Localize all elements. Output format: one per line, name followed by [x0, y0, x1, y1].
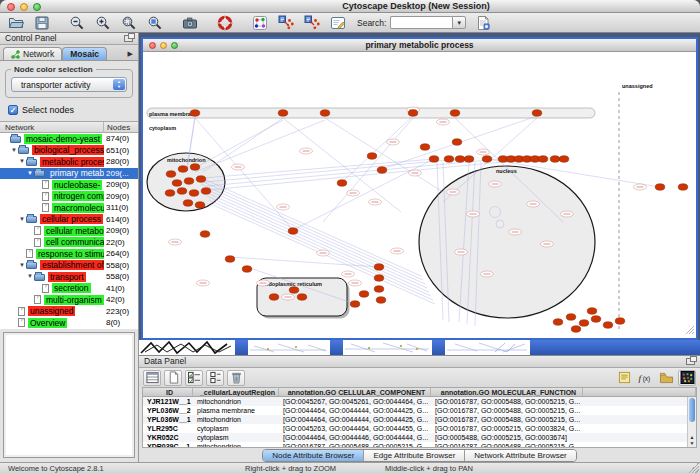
background-window-thumbnail[interactable]	[343, 340, 432, 355]
column-header-region[interactable]: _cellularLayoutRegion	[193, 388, 279, 396]
function-builder-icon[interactable]: f(x)	[636, 370, 654, 386]
combobox-stepper-icon[interactable]: ▲▼	[113, 79, 125, 90]
tab-mosaic[interactable]: Mosaic	[62, 47, 107, 60]
tab-node-attribute-browser[interactable]: Node Attribute Browser	[263, 450, 364, 461]
table-row[interactable]: YKR052Ccytoplasm[GO:0044464, GO:0044446,…	[143, 433, 696, 442]
tree-row[interactable]: ▼metabolic process280(0)	[0, 156, 138, 168]
zoom-window-button[interactable]	[33, 3, 41, 11]
folder-icon	[34, 274, 45, 281]
network-canvas[interactable]: plasma membrane cytoplasm mitochondrion …	[143, 52, 696, 336]
float-panel-icon[interactable]	[124, 35, 133, 42]
tab-edge-attribute-browser[interactable]: Edge Attribute Browser	[364, 450, 465, 461]
expander-icon[interactable]: ▼	[18, 214, 26, 225]
tree-row[interactable]: mosaic-demo-yeast874(0)	[0, 133, 138, 145]
document-icon	[18, 318, 25, 327]
tree-row[interactable]: ▼cellular process614(0)	[0, 214, 138, 226]
background-window-thumbnail[interactable]	[248, 340, 330, 355]
create-attribute-icon[interactable]	[164, 370, 182, 386]
column-header-cellular-component[interactable]: annotation.GO CELLULAR_COMPONENT	[279, 388, 431, 396]
delete-attribute-icon[interactable]	[227, 370, 245, 386]
tab-scroll-right-icon[interactable]: ▶	[126, 50, 135, 60]
tab-network-attribute-browser[interactable]: Network Attribute Browser	[465, 450, 575, 461]
expander-icon[interactable]: ▼	[26, 168, 34, 179]
resize-grip[interactable]	[689, 463, 699, 473]
column-header-molecular-function[interactable]: annotation.GO MOLECULAR_FUNCTION	[431, 388, 583, 396]
window-resize-grip[interactable]	[686, 326, 694, 334]
expander-icon[interactable]: ▼	[18, 156, 26, 167]
column-header-id[interactable]: ID	[143, 388, 193, 396]
open-session-icon[interactable]	[6, 14, 25, 32]
scrollbar-arrows[interactable]: ▲▼	[688, 434, 696, 446]
notes-icon[interactable]	[615, 370, 633, 386]
tree-row[interactable]: ▼transport558(0)	[0, 271, 138, 283]
zoom-selected-icon[interactable]	[145, 14, 164, 32]
table-row[interactable]: YPL036W__1mitochondrion[GO:0044464, GO:0…	[143, 415, 696, 424]
document-icon	[42, 203, 49, 212]
tree-row[interactable]: unassigned223(0)	[0, 306, 138, 318]
background-window-border[interactable]	[330, 340, 343, 355]
vizmapper-icon[interactable]	[250, 14, 269, 32]
tab-network[interactable]: Network	[3, 47, 62, 60]
search-input[interactable]	[390, 16, 452, 29]
save-session-icon[interactable]	[32, 14, 51, 32]
background-window-border[interactable]	[530, 340, 700, 355]
minimize-window-button[interactable]	[20, 3, 28, 11]
close-window-button[interactable]	[7, 3, 15, 11]
help-lifering-icon[interactable]	[215, 14, 234, 32]
scrollbar-thumb[interactable]	[689, 398, 695, 422]
select-nodes-checkbox[interactable]: ✓	[8, 105, 18, 115]
search-options-icon[interactable]	[473, 14, 492, 32]
table-row[interactable]: YLR295Ccytoplasm[GO:0045263, GO:0044464,…	[143, 424, 696, 433]
background-windows	[139, 340, 700, 355]
tree-row[interactable]: macromolecule311(0)	[0, 202, 138, 214]
main-toolbar: Search: ▼	[0, 13, 700, 33]
snapshot-camera-icon[interactable]	[180, 14, 199, 32]
tree-row[interactable]: nucleobase-209(0)	[0, 179, 138, 191]
table-row[interactable]: YJR121W__1mitochondrion[GO:0045267, GO:0…	[143, 397, 696, 406]
attribute-table-icon[interactable]	[143, 370, 161, 386]
import-attributes-icon[interactable]	[657, 370, 675, 386]
import-annotation-icon[interactable]	[276, 14, 295, 32]
data-panel: Data Panel f(x)	[139, 355, 700, 462]
folder-icon	[26, 262, 37, 269]
tree-row[interactable]: nitrogen compo209(0)	[0, 191, 138, 203]
table-row[interactable]: YDR039C__1mitochondrion[GO:0016787, GO:0…	[143, 442, 696, 448]
data-panel-title: Data Panel	[144, 356, 186, 367]
background-window-border[interactable]	[432, 340, 445, 355]
table-scrollbar[interactable]: ▲▼	[687, 397, 696, 447]
folder-icon	[26, 216, 37, 223]
background-window-thumbnail[interactable]	[445, 340, 530, 355]
network-tree: mosaic-demo-yeast874(0) ▼biological_proc…	[0, 133, 138, 329]
tree-row[interactable]: ▼establishment of lo558(0)	[0, 260, 138, 272]
tree-row[interactable]: cellular metabo209(0)	[0, 225, 138, 237]
tree-row[interactable]: multi-organism pro42(0)	[0, 294, 138, 306]
unselect-attributes-icon[interactable]	[206, 370, 224, 386]
attribute-editor-icon[interactable]	[328, 14, 347, 32]
export-annotation-icon[interactable]	[302, 14, 321, 32]
network-window-titlebar[interactable]: primary metabolic process	[143, 39, 696, 52]
tree-row-selected[interactable]: ▼primary metabo209(...	[0, 168, 138, 180]
table-row[interactable]: YPL036W__2plasma membrane[GO:0044464, GO…	[143, 406, 696, 415]
node-color-combobox[interactable]: transporter activity ▲▼	[11, 77, 127, 92]
mosaic-plugin-icon[interactable]	[678, 370, 696, 386]
search-dropdown-arrow[interactable]: ▼	[452, 16, 466, 29]
network-view-window[interactable]: primary metabolic process	[141, 37, 698, 340]
expander-icon[interactable]: ▼	[26, 271, 34, 282]
tree-row[interactable]: secretion41(0)	[0, 283, 138, 295]
zoom-in-icon[interactable]	[93, 14, 112, 32]
tree-row[interactable]: Overview8(0)	[0, 317, 138, 329]
birdseye-view-panel[interactable]	[3, 332, 135, 459]
expander-icon[interactable]: ▼	[10, 145, 18, 156]
zoom-fit-icon[interactable]	[119, 14, 138, 32]
tree-row[interactable]: response to stimulu264(0)	[0, 248, 138, 260]
attribute-table[interactable]: ID _cellularLayoutRegion annotation.GO C…	[142, 387, 697, 448]
zoom-out-icon[interactable]	[67, 14, 86, 32]
float-panel-icon[interactable]	[686, 358, 695, 365]
select-attributes-icon[interactable]	[185, 370, 203, 386]
tree-row[interactable]: ▼biological_process651(0)	[0, 145, 138, 157]
background-window-border[interactable]	[235, 340, 248, 355]
expander-icon[interactable]: ▼	[18, 260, 26, 271]
background-window-thumbnail[interactable]	[139, 340, 235, 355]
tree-row[interactable]: cell communicat22(0)	[0, 237, 138, 249]
network-desktop: primary metabolic process	[139, 33, 700, 355]
